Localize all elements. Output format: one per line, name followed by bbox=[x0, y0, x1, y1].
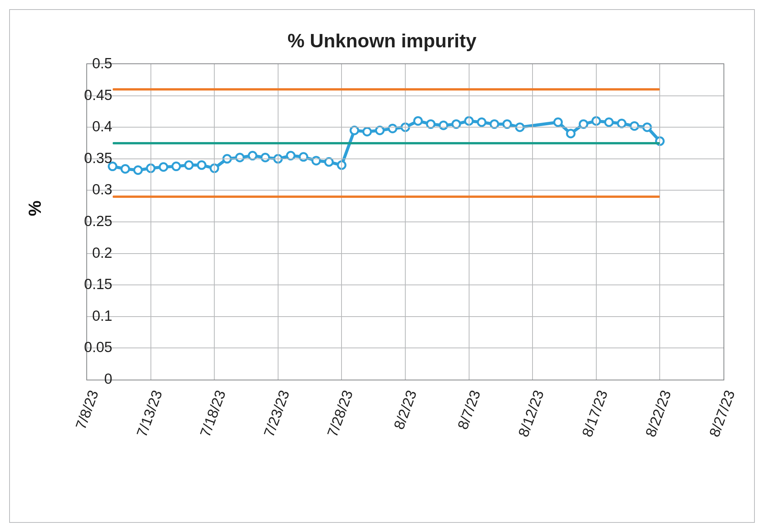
data-point bbox=[376, 126, 384, 134]
data-point bbox=[172, 163, 180, 170]
gridline-v bbox=[532, 64, 533, 380]
data-point bbox=[389, 125, 397, 133]
x-tick-label: 7/13/23 bbox=[133, 388, 165, 439]
y-tick-label: 0.05 bbox=[55, 339, 112, 356]
x-tick-label: 7/8/23 bbox=[73, 388, 102, 432]
gridline-v bbox=[278, 64, 278, 380]
gridline-v bbox=[151, 64, 151, 380]
y-tick-label: 0.45 bbox=[55, 87, 112, 103]
data-point bbox=[160, 163, 167, 171]
data-point bbox=[605, 118, 613, 126]
data-point bbox=[618, 120, 625, 127]
gridline-v bbox=[214, 64, 215, 380]
chart-frame: % Unknown impurity % 00.050.10.150.20.25… bbox=[9, 9, 755, 523]
plot-area bbox=[86, 63, 724, 380]
upper-control-line bbox=[113, 88, 660, 91]
data-point bbox=[351, 126, 358, 134]
x-tick-label: 7/18/23 bbox=[197, 388, 229, 439]
data-point bbox=[631, 122, 638, 130]
data-point bbox=[325, 158, 333, 166]
mean-line bbox=[113, 142, 660, 144]
data-point bbox=[261, 154, 269, 161]
data-point bbox=[198, 161, 206, 169]
gridline-v bbox=[596, 64, 597, 380]
y-tick-label: 0.3 bbox=[55, 181, 112, 198]
y-tick-label: 0.25 bbox=[55, 213, 112, 230]
x-tick-label: 8/2/23 bbox=[391, 388, 420, 432]
data-point bbox=[312, 157, 320, 165]
y-tick-label: 0.4 bbox=[55, 118, 112, 135]
data-point bbox=[478, 118, 486, 126]
lower-control-line bbox=[113, 196, 660, 198]
data-point bbox=[236, 154, 244, 161]
y-tick-label: 0.35 bbox=[55, 150, 112, 166]
series-line bbox=[113, 121, 660, 170]
data-point bbox=[134, 167, 142, 174]
data-point bbox=[554, 118, 562, 126]
gridline-v bbox=[341, 64, 342, 380]
data-point bbox=[121, 165, 129, 173]
x-tick-label: 8/7/23 bbox=[454, 388, 484, 432]
y-tick-label: 0.2 bbox=[55, 244, 112, 261]
gridline-v bbox=[469, 64, 469, 380]
gridline-v bbox=[405, 64, 406, 380]
data-point bbox=[440, 121, 447, 129]
x-tick-label: 8/12/23 bbox=[515, 388, 547, 439]
x-tick-label: 8/22/23 bbox=[643, 388, 675, 439]
x-tick-label: 8/27/23 bbox=[706, 388, 738, 439]
data-point bbox=[299, 153, 307, 161]
x-tick-label: 8/17/23 bbox=[579, 388, 611, 439]
data-point bbox=[567, 130, 575, 137]
x-tick-label: 7/23/23 bbox=[261, 388, 293, 439]
data-point bbox=[185, 161, 193, 169]
chart-title: % Unknown impurity bbox=[10, 30, 754, 52]
y-tick-label: 0.1 bbox=[55, 307, 112, 324]
data-point bbox=[414, 117, 422, 125]
x-tick-label: 7/28/23 bbox=[324, 388, 356, 439]
y-tick-label: 0.5 bbox=[55, 55, 112, 72]
gridline-v bbox=[659, 64, 660, 380]
y-tick-label: 0.15 bbox=[55, 276, 112, 293]
data-point bbox=[363, 128, 371, 136]
y-tick-label: 0 bbox=[55, 371, 112, 387]
